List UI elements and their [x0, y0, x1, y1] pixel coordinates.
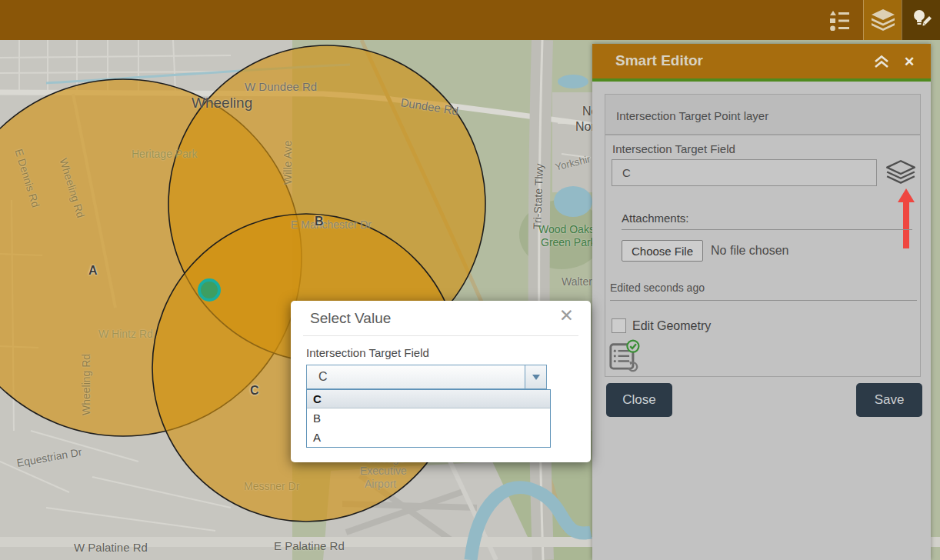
- value-option-b[interactable]: B: [307, 408, 550, 428]
- value-option-c[interactable]: C: [307, 390, 550, 408]
- legend-widget-button[interactable]: [815, 0, 863, 40]
- chevron-down-icon: [532, 375, 540, 380]
- edit-geometry-row: Edit Geometry: [612, 318, 711, 333]
- layers-icon: [871, 9, 895, 31]
- smart-editor-icon: [910, 8, 933, 32]
- select-value-button[interactable]: [884, 158, 918, 188]
- layers-outline-icon: [885, 159, 917, 187]
- attribute-actions-icon[interactable]: [608, 337, 642, 372]
- close-button[interactable]: Close: [606, 383, 672, 417]
- attachments-label: Attachments:: [622, 212, 689, 225]
- value-option-a[interactable]: A: [307, 428, 550, 447]
- smart-editor-panel: Smart Editor ✕ Intersection Target Point…: [592, 44, 931, 560]
- combobox-value: C: [318, 365, 328, 388]
- value-option-list: CBA: [306, 389, 551, 448]
- dialog-close-icon[interactable]: ✕: [559, 307, 574, 325]
- annotation-arrow: [896, 188, 916, 250]
- smart-editor-header: Smart Editor ✕: [592, 44, 931, 82]
- select-value-dialog: Select Value ✕ Intersection Target Field…: [291, 301, 591, 462]
- no-file-text: No file chosen: [711, 244, 788, 258]
- pond-north: [558, 75, 588, 88]
- dialog-field-label: Intersection Target Field: [306, 346, 429, 359]
- arrow-head: [898, 188, 915, 202]
- edited-status-text: Edited seconds ago: [610, 282, 705, 294]
- layer-name-box: Intersection Target Point layer: [605, 94, 921, 135]
- field-label: Intersection Target Field: [612, 142, 735, 155]
- dialog-divider: [303, 335, 578, 336]
- app-header: [0, 0, 940, 40]
- panel-close-button[interactable]: ✕: [900, 54, 918, 69]
- target-point[interactable]: [199, 280, 219, 300]
- save-button[interactable]: Save: [856, 383, 922, 417]
- panel-title: Smart Editor: [615, 52, 703, 69]
- urban-block: [552, 92, 598, 192]
- legend-icon: [828, 9, 851, 31]
- chevron-double-up-icon: [873, 55, 890, 68]
- attachments-divider: [622, 229, 912, 230]
- edit-geometry-label: Edit Geometry: [632, 319, 711, 333]
- combobox-dropdown-button[interactable]: [525, 365, 546, 388]
- layer-name-text: Intersection Target Point layer: [616, 109, 768, 122]
- pond-woodoaks: [554, 186, 592, 217]
- smart-editor-widget-button[interactable]: [902, 0, 940, 40]
- file-input-row: Choose File No file chosen: [622, 240, 788, 262]
- value-combobox[interactable]: C: [306, 365, 547, 389]
- layerlist-widget-button[interactable]: [863, 0, 902, 40]
- panel-collapse-button[interactable]: [872, 54, 891, 69]
- arrow-shaft: [903, 201, 909, 248]
- choose-file-button[interactable]: Choose File: [622, 240, 703, 262]
- dialog-title: Select Value: [310, 310, 391, 327]
- field-value-input[interactable]: [612, 159, 877, 186]
- edited-divider: [610, 300, 917, 301]
- attribute-form: Intersection Target Field Attachments: C…: [605, 135, 921, 377]
- edit-geometry-checkbox[interactable]: [612, 318, 626, 333]
